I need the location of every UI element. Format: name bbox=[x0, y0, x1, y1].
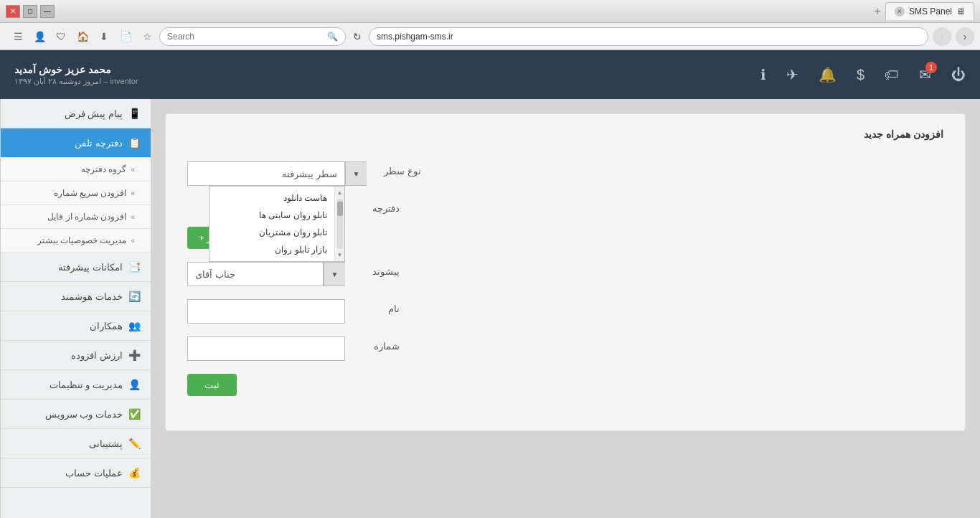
scroll-down-arrow[interactable]: ▼ bbox=[336, 250, 344, 260]
menu-icon[interactable]: ☰ bbox=[10, 29, 26, 44]
dollar-icon[interactable]: $ bbox=[857, 67, 864, 83]
sidebar-sub-item-file-add[interactable]: » افزودن شماره از فایل bbox=[1, 205, 151, 229]
scroll-thumb[interactable] bbox=[337, 202, 343, 216]
main-layout: افزودن همراه جدید نوع سطر ▼ ▲ bbox=[0, 99, 980, 518]
submit-row: ثبت bbox=[187, 374, 943, 396]
sidebar-item-phonebook[interactable]: 📋 دفترچه تلفن bbox=[1, 128, 151, 158]
forward-button[interactable]: › bbox=[933, 27, 951, 46]
support-icon: ✏️ bbox=[128, 438, 141, 449]
sidebar-item-web-services[interactable]: ✅ خدمات وب سرویس bbox=[1, 400, 151, 429]
info-icon[interactable]: ℹ bbox=[760, 66, 766, 83]
row-type-dropdown[interactable]: ▲ ▼ هاست دانلود تابلو روان سایتی ها bbox=[187, 161, 345, 186]
reload-button[interactable]: ↻ bbox=[350, 31, 364, 42]
search-input[interactable] bbox=[167, 32, 323, 42]
sidebar-item-label-colleagues: همکاران bbox=[90, 321, 123, 331]
row-type-row: نوع سطر ▼ ▲ bbox=[187, 161, 943, 186]
dropdown-item-3[interactable]: بازار تابلو روان bbox=[209, 241, 334, 258]
back-button[interactable]: ‹ bbox=[956, 27, 974, 46]
default-message-icon: 📱 bbox=[128, 108, 141, 119]
maximize-button[interactable]: □ bbox=[23, 5, 37, 18]
dropdown-item-0[interactable]: هاست دانلود bbox=[209, 189, 334, 207]
number-label: شماره bbox=[357, 336, 400, 352]
scroll-track[interactable] bbox=[337, 199, 343, 249]
row-type-input[interactable] bbox=[187, 161, 345, 186]
mail-badge: 1 bbox=[925, 62, 937, 73]
power-icon[interactable]: ⏻ bbox=[951, 67, 966, 83]
row-type-control: ▼ ▲ ▼ bbox=[187, 161, 367, 186]
phonebook-label: دفترچه bbox=[357, 199, 400, 214]
name-input[interactable] bbox=[187, 299, 345, 324]
management-icon: 👤 bbox=[128, 379, 141, 390]
salutation-label: پیشوند bbox=[357, 262, 400, 277]
send-icon[interactable]: ✈ bbox=[786, 66, 798, 83]
sidebar-sub-label-file: افزودن شماره از فایل bbox=[47, 212, 126, 222]
bell-icon[interactable]: 🔔 bbox=[819, 66, 837, 83]
advanced-icon: 📑 bbox=[128, 261, 141, 273]
sidebar-item-label-management: مدیریت و تنظیمات bbox=[50, 380, 123, 390]
toolbar-icons: ☆ 📄 ⬇ 🏠 🛡 👤 ☰ bbox=[10, 29, 155, 44]
salutation-dropdown-arrow[interactable]: ▼ bbox=[324, 262, 345, 286]
address-bar: ‹ › ↻ 🔍 ☆ 📄 ⬇ 🏠 🛡 👤 ☰ bbox=[0, 23, 980, 50]
sub-arrow-group: » bbox=[131, 166, 135, 174]
form-card: افزودن همراه جدید نوع سطر ▼ ▲ bbox=[165, 113, 966, 431]
sidebar-item-advanced[interactable]: 📑 امکانات پیشرفته bbox=[1, 253, 151, 282]
dropdown-item-1[interactable]: تابلو روان سایتی ها bbox=[209, 207, 334, 224]
sidebar-sub-item-quick-add[interactable]: » افزودن سریع شماره bbox=[1, 182, 151, 205]
bookmark-star-icon[interactable]: ☆ bbox=[139, 29, 155, 44]
sidebar-item-management[interactable]: 👤 مدیریت و تنظیمات bbox=[1, 370, 151, 400]
dropdown-item-2[interactable]: تابلو روان مشتریان bbox=[209, 224, 334, 241]
dropdown-items: هاست دانلود تابلو روان سایتی ها تابلو رو… bbox=[209, 187, 334, 261]
scroll-up-arrow[interactable]: ▲ bbox=[336, 188, 344, 197]
sidebar-sub-item-properties[interactable]: » مدیریت خصوصیات بیشتر bbox=[1, 229, 151, 253]
sidebar-sub-label-group: گروه دفترچه bbox=[81, 164, 126, 174]
name-row: نام bbox=[187, 299, 943, 324]
sidebar-item-label-smart: خدمات هوشمند bbox=[61, 291, 123, 302]
title-bar: 🖥 SMS Panel ✕ + — □ ✕ bbox=[0, 0, 980, 23]
active-tab[interactable]: 🖥 SMS Panel ✕ bbox=[885, 2, 974, 20]
phonebook-icon: 📋 bbox=[128, 137, 141, 149]
salutation-value[interactable]: جناب آقای bbox=[187, 262, 324, 286]
sub-arrow-props: » bbox=[131, 237, 135, 245]
dropdown-scrollbar[interactable]: ▲ ▼ bbox=[334, 187, 344, 261]
content-area: افزودن همراه جدید نوع سطر ▼ ▲ bbox=[151, 99, 980, 518]
tab-bar: 🖥 SMS Panel ✕ + bbox=[55, 2, 974, 20]
sidebar-item-accounting[interactable]: 💰 عملیات حساب bbox=[1, 458, 151, 488]
browser-frame: 🖥 SMS Panel ✕ + — □ ✕ ‹ › ↻ 🔍 ☆ 📄 ⬇ 🏠 🛡 … bbox=[0, 0, 980, 518]
sidebar-sub-item-group[interactable]: » گروه دفترچه bbox=[1, 158, 151, 182]
reader-icon[interactable]: 📄 bbox=[118, 29, 133, 44]
sidebar-item-default-message[interactable]: 📱 پیام پیش فرض bbox=[1, 99, 151, 128]
dropdown-arrow-button[interactable]: ▼ bbox=[345, 161, 367, 186]
salutation-control: ▼ جناب آقای bbox=[187, 262, 345, 286]
sidebar-item-label-added-value: ارزش افزوده bbox=[71, 350, 123, 361]
sub-arrow-file: » bbox=[131, 213, 135, 221]
shield-icon[interactable]: 🛡 bbox=[53, 29, 69, 44]
sidebar-item-label-phonebook: دفترچه تلفن bbox=[75, 138, 123, 149]
number-input[interactable] bbox=[187, 336, 345, 361]
form-card-title: افزودن همراه جدید bbox=[187, 128, 943, 147]
tag-icon[interactable]: 🏷 bbox=[885, 67, 899, 83]
sidebar-item-colleagues[interactable]: 👥 همکاران bbox=[1, 311, 151, 341]
added-value-icon: ➕ bbox=[128, 349, 141, 361]
tab-close-button[interactable]: ✕ bbox=[895, 6, 905, 17]
sidebar-item-label-advanced: امکانات پیشرفته bbox=[58, 262, 123, 273]
sidebar-item-smart-services[interactable]: 🔄 خدمات هوشمند bbox=[1, 282, 151, 311]
sidebar: 📱 پیام پیش فرض 📋 دفترچه تلفن » گروه دفتر… bbox=[0, 99, 151, 518]
download-icon[interactable]: ⬇ bbox=[96, 29, 112, 44]
close-button[interactable]: ✕ bbox=[6, 5, 20, 18]
smart-services-icon: 🔄 bbox=[128, 291, 141, 302]
mail-icon[interactable]: ✉ 1 bbox=[919, 66, 931, 83]
profile-icon[interactable]: 👤 bbox=[32, 29, 47, 44]
accounting-icon: 💰 bbox=[128, 467, 141, 479]
url-input[interactable] bbox=[369, 27, 928, 46]
new-tab-button[interactable]: + bbox=[870, 4, 885, 19]
home-icon[interactable]: 🏠 bbox=[75, 29, 90, 44]
sidebar-item-added-value[interactable]: ➕ ارزش افزوده bbox=[1, 341, 151, 370]
sub-arrow-quick: » bbox=[131, 189, 135, 197]
search-icon: 🔍 bbox=[327, 32, 338, 42]
minimize-button[interactable]: — bbox=[40, 5, 55, 18]
name-label: نام bbox=[357, 299, 400, 314]
sidebar-item-support[interactable]: ✏️ پشتیبانی bbox=[1, 429, 151, 458]
app-header: ⏻ ✉ 1 🏷 $ 🔔 ✈ ℹ محمد عزیز خوش آمدید inve… bbox=[0, 50, 980, 99]
tab-title: SMS Panel bbox=[909, 6, 952, 17]
submit-button[interactable]: ثبت bbox=[187, 374, 237, 396]
